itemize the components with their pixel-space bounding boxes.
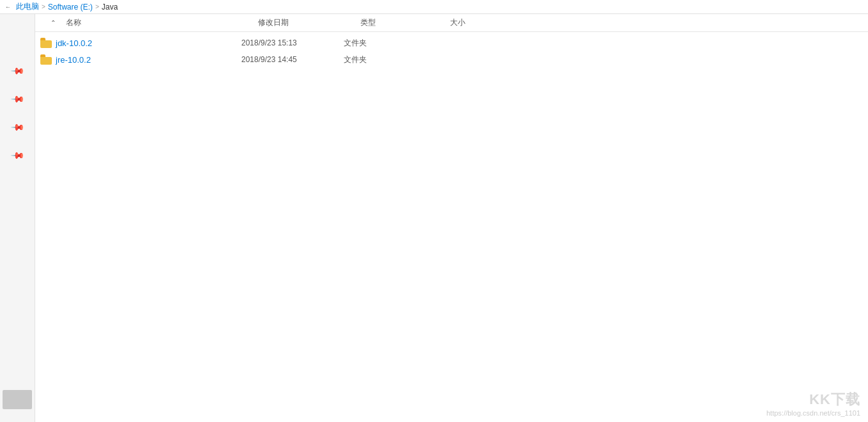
pin-icon-4[interactable]: 📌 bbox=[10, 147, 24, 162]
column-headers: ⌃ 名称 修改日期 类型 大小 bbox=[35, 14, 868, 32]
separator-1: > bbox=[42, 3, 45, 10]
folder-icon-jdk bbox=[40, 38, 52, 48]
sidebar: 📌 📌 📌 📌 bbox=[0, 14, 35, 422]
file-row-jre[interactable]: jre-10.0.2 2018/9/23 14:45 文件夹 bbox=[35, 51, 868, 68]
file-name-jre: jre-10.0.2 bbox=[56, 55, 241, 65]
breadcrumb: ← 此电脑 > Software (E:) > Java bbox=[5, 1, 118, 12]
breadcrumb-drive[interactable]: Software (E:) bbox=[48, 3, 93, 12]
main-layout: 📌 📌 📌 📌 ⌃ 名称 修改日期 类型 大小 jdk-10.0.2 2018/… bbox=[0, 14, 868, 422]
col-header-type[interactable]: 类型 bbox=[355, 15, 445, 31]
title-bar: ← 此电脑 > Software (E:) > Java bbox=[0, 0, 868, 14]
file-date-jdk: 2018/9/23 15:13 bbox=[241, 38, 344, 47]
pin-icon-3[interactable]: 📌 bbox=[10, 119, 24, 134]
sort-arrow: ⌃ bbox=[51, 19, 56, 26]
file-date-jre: 2018/9/23 14:45 bbox=[241, 55, 344, 64]
sidebar-scroll[interactable] bbox=[3, 390, 32, 409]
separator-2: > bbox=[95, 3, 99, 10]
file-row-jdk[interactable]: jdk-10.0.2 2018/9/23 15:13 文件夹 bbox=[35, 35, 868, 51]
breadcrumb-root[interactable]: 此电脑 bbox=[16, 1, 39, 12]
pin-icon-1[interactable]: 📌 bbox=[10, 63, 24, 77]
file-type-jdk: 文件夹 bbox=[344, 38, 433, 49]
folder-icon-jre bbox=[40, 54, 52, 65]
file-name-jdk: jdk-10.0.2 bbox=[56, 38, 241, 48]
back-arrow[interactable]: ← bbox=[5, 4, 11, 10]
pin-icon-2[interactable]: 📌 bbox=[10, 91, 24, 106]
breadcrumb-current: Java bbox=[102, 3, 118, 12]
content-area: ⌃ 名称 修改日期 类型 大小 jdk-10.0.2 2018/9/23 15:… bbox=[35, 14, 868, 422]
col-header-size[interactable]: 大小 bbox=[445, 15, 522, 31]
col-header-name[interactable]: 名称 bbox=[61, 15, 253, 31]
file-list: jdk-10.0.2 2018/9/23 15:13 文件夹 jre-10.0.… bbox=[35, 32, 868, 422]
col-header-date[interactable]: 修改日期 bbox=[253, 15, 355, 31]
file-type-jre: 文件夹 bbox=[344, 54, 433, 65]
